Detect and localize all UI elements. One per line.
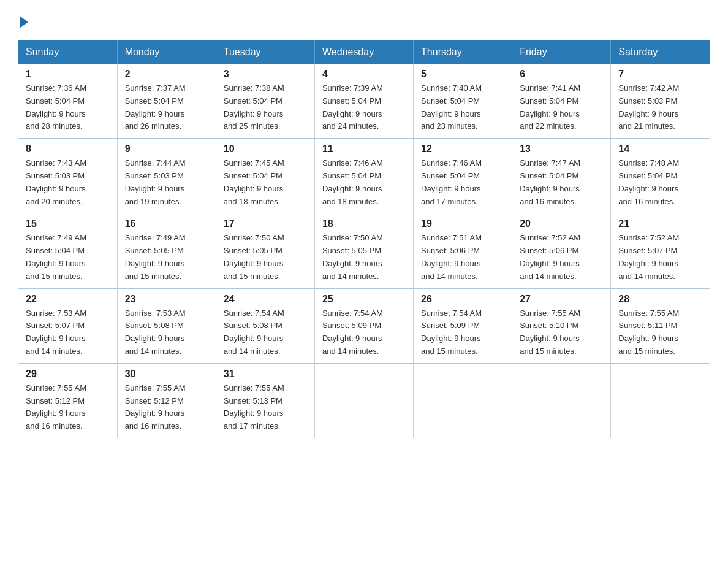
day-cell: 7 Sunrise: 7:42 AM Sunset: 5:03 PM Dayli…: [611, 64, 710, 139]
day-cell: 30 Sunrise: 7:55 AM Sunset: 5:12 PM Dayl…: [117, 363, 216, 438]
day-info: Sunrise: 7:52 AM Sunset: 5:06 PM Dayligh…: [520, 232, 603, 283]
day-number: 26: [421, 294, 504, 305]
day-cell: 27 Sunrise: 7:55 AM Sunset: 5:10 PM Dayl…: [512, 288, 611, 363]
week-row-2: 8 Sunrise: 7:43 AM Sunset: 5:03 PM Dayli…: [18, 139, 710, 213]
day-info: Sunrise: 7:42 AM Sunset: 5:03 PM Dayligh…: [618, 82, 702, 133]
day-cell: [414, 363, 512, 438]
day-info: Sunrise: 7:40 AM Sunset: 5:04 PM Dayligh…: [421, 82, 504, 133]
day-number: 10: [224, 144, 307, 155]
day-number: 23: [125, 294, 208, 305]
day-cell: 26 Sunrise: 7:54 AM Sunset: 5:09 PM Dayl…: [414, 288, 512, 363]
day-info: Sunrise: 7:54 AM Sunset: 5:09 PM Dayligh…: [322, 307, 406, 358]
day-number: 30: [125, 369, 208, 380]
day-info: Sunrise: 7:50 AM Sunset: 5:05 PM Dayligh…: [322, 232, 406, 283]
day-cell: 5 Sunrise: 7:40 AM Sunset: 5:04 PM Dayli…: [414, 64, 512, 139]
day-info: Sunrise: 7:48 AM Sunset: 5:04 PM Dayligh…: [618, 157, 702, 208]
calendar-body: 1 Sunrise: 7:36 AM Sunset: 5:04 PM Dayli…: [18, 64, 710, 438]
day-cell: 16 Sunrise: 7:49 AM Sunset: 5:05 PM Dayl…: [117, 213, 216, 288]
day-info: Sunrise: 7:37 AM Sunset: 5:04 PM Dayligh…: [125, 82, 208, 133]
day-info: Sunrise: 7:36 AM Sunset: 5:04 PM Dayligh…: [26, 82, 110, 133]
day-cell: 13 Sunrise: 7:47 AM Sunset: 5:04 PM Dayl…: [512, 139, 611, 213]
day-info: Sunrise: 7:55 AM Sunset: 5:13 PM Dayligh…: [224, 382, 307, 433]
day-cell: 15 Sunrise: 7:49 AM Sunset: 5:04 PM Dayl…: [18, 213, 117, 288]
day-info: Sunrise: 7:54 AM Sunset: 5:08 PM Dayligh…: [224, 307, 307, 358]
day-number: 9: [125, 144, 208, 155]
day-info: Sunrise: 7:45 AM Sunset: 5:04 PM Dayligh…: [224, 157, 307, 208]
page-header: [18, 12, 710, 28]
day-cell: [314, 363, 413, 438]
day-number: 1: [26, 69, 110, 80]
day-info: Sunrise: 7:38 AM Sunset: 5:04 PM Dayligh…: [224, 82, 307, 133]
day-info: Sunrise: 7:49 AM Sunset: 5:04 PM Dayligh…: [26, 232, 110, 283]
day-info: Sunrise: 7:55 AM Sunset: 5:11 PM Dayligh…: [618, 307, 702, 358]
week-row-3: 15 Sunrise: 7:49 AM Sunset: 5:04 PM Dayl…: [18, 213, 710, 288]
day-cell: 8 Sunrise: 7:43 AM Sunset: 5:03 PM Dayli…: [18, 139, 117, 213]
logo-arrow-icon: [20, 16, 28, 28]
day-number: 16: [125, 218, 208, 229]
day-info: Sunrise: 7:52 AM Sunset: 5:07 PM Dayligh…: [618, 232, 702, 283]
day-number: 25: [322, 294, 406, 305]
day-number: 12: [421, 144, 504, 155]
day-cell: 2 Sunrise: 7:37 AM Sunset: 5:04 PM Dayli…: [117, 64, 216, 139]
day-info: Sunrise: 7:41 AM Sunset: 5:04 PM Dayligh…: [520, 82, 603, 133]
week-row-1: 1 Sunrise: 7:36 AM Sunset: 5:04 PM Dayli…: [18, 64, 710, 139]
day-info: Sunrise: 7:55 AM Sunset: 5:10 PM Dayligh…: [520, 307, 603, 358]
day-cell: 19 Sunrise: 7:51 AM Sunset: 5:06 PM Dayl…: [414, 213, 512, 288]
day-number: 27: [520, 294, 603, 305]
day-number: 15: [26, 218, 110, 229]
day-number: 22: [26, 294, 110, 305]
day-cell: 20 Sunrise: 7:52 AM Sunset: 5:06 PM Dayl…: [512, 213, 611, 288]
day-number: 2: [125, 69, 208, 80]
day-number: 3: [224, 69, 307, 80]
day-cell: 21 Sunrise: 7:52 AM Sunset: 5:07 PM Dayl…: [611, 213, 710, 288]
day-cell: 22 Sunrise: 7:53 AM Sunset: 5:07 PM Dayl…: [18, 288, 117, 363]
day-number: 11: [322, 144, 406, 155]
day-cell: 14 Sunrise: 7:48 AM Sunset: 5:04 PM Dayl…: [611, 139, 710, 213]
header-friday: Friday: [512, 40, 611, 64]
day-cell: 28 Sunrise: 7:55 AM Sunset: 5:11 PM Dayl…: [611, 288, 710, 363]
day-number: 29: [26, 369, 110, 380]
day-cell: [611, 363, 710, 438]
day-number: 8: [26, 144, 110, 155]
day-info: Sunrise: 7:53 AM Sunset: 5:08 PM Dayligh…: [125, 307, 208, 358]
day-info: Sunrise: 7:50 AM Sunset: 5:05 PM Dayligh…: [224, 232, 307, 283]
day-info: Sunrise: 7:55 AM Sunset: 5:12 PM Dayligh…: [26, 382, 110, 433]
day-info: Sunrise: 7:55 AM Sunset: 5:12 PM Dayligh…: [125, 382, 208, 433]
day-number: 18: [322, 218, 406, 229]
day-number: 19: [421, 218, 504, 229]
day-cell: 23 Sunrise: 7:53 AM Sunset: 5:08 PM Dayl…: [117, 288, 216, 363]
day-number: 20: [520, 218, 603, 229]
day-cell: 4 Sunrise: 7:39 AM Sunset: 5:04 PM Dayli…: [314, 64, 413, 139]
day-cell: 11 Sunrise: 7:46 AM Sunset: 5:04 PM Dayl…: [314, 139, 413, 213]
day-info: Sunrise: 7:47 AM Sunset: 5:04 PM Dayligh…: [520, 157, 603, 208]
day-number: 21: [618, 218, 702, 229]
header-row: SundayMondayTuesdayWednesdayThursdayFrid…: [18, 40, 710, 64]
day-info: Sunrise: 7:43 AM Sunset: 5:03 PM Dayligh…: [26, 157, 110, 208]
day-cell: 29 Sunrise: 7:55 AM Sunset: 5:12 PM Dayl…: [18, 363, 117, 438]
day-info: Sunrise: 7:53 AM Sunset: 5:07 PM Dayligh…: [26, 307, 110, 358]
calendar-header: SundayMondayTuesdayWednesdayThursdayFrid…: [18, 40, 710, 64]
day-cell: 1 Sunrise: 7:36 AM Sunset: 5:04 PM Dayli…: [18, 64, 117, 139]
day-number: 7: [618, 69, 702, 80]
day-number: 17: [224, 218, 307, 229]
day-number: 5: [421, 69, 504, 80]
day-number: 14: [618, 144, 702, 155]
logo: [18, 18, 28, 28]
week-row-5: 29 Sunrise: 7:55 AM Sunset: 5:12 PM Dayl…: [18, 363, 710, 438]
calendar-table: SundayMondayTuesdayWednesdayThursdayFrid…: [18, 40, 710, 438]
day-info: Sunrise: 7:39 AM Sunset: 5:04 PM Dayligh…: [322, 82, 406, 133]
day-number: 4: [322, 69, 406, 80]
day-cell: 18 Sunrise: 7:50 AM Sunset: 5:05 PM Dayl…: [314, 213, 413, 288]
day-cell: 10 Sunrise: 7:45 AM Sunset: 5:04 PM Dayl…: [216, 139, 314, 213]
header-thursday: Thursday: [414, 40, 512, 64]
day-cell: 3 Sunrise: 7:38 AM Sunset: 5:04 PM Dayli…: [216, 64, 314, 139]
day-number: 31: [224, 369, 307, 380]
header-sunday: Sunday: [18, 40, 117, 64]
day-cell: 31 Sunrise: 7:55 AM Sunset: 5:13 PM Dayl…: [216, 363, 314, 438]
day-cell: [512, 363, 611, 438]
day-cell: 24 Sunrise: 7:54 AM Sunset: 5:08 PM Dayl…: [216, 288, 314, 363]
day-info: Sunrise: 7:51 AM Sunset: 5:06 PM Dayligh…: [421, 232, 504, 283]
day-info: Sunrise: 7:54 AM Sunset: 5:09 PM Dayligh…: [421, 307, 504, 358]
day-cell: 17 Sunrise: 7:50 AM Sunset: 5:05 PM Dayl…: [216, 213, 314, 288]
day-info: Sunrise: 7:46 AM Sunset: 5:04 PM Dayligh…: [322, 157, 406, 208]
